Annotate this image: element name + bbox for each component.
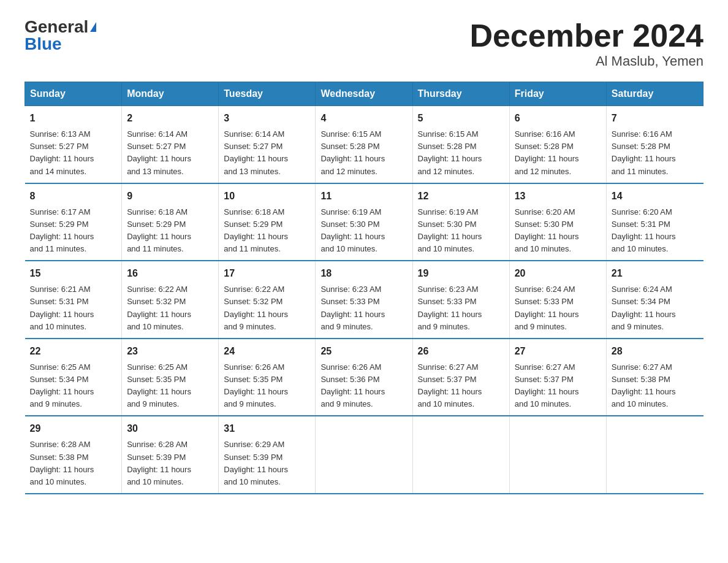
- day-number: 7: [612, 111, 699, 126]
- day-info: Sunrise: 6:20 AM Sunset: 5:31 PM Dayligh…: [612, 206, 699, 256]
- calendar-cell: 24Sunrise: 6:26 AM Sunset: 5:35 PM Dayli…: [219, 339, 316, 416]
- weekday-header-thursday: Thursday: [412, 82, 509, 106]
- day-number: 5: [418, 111, 504, 126]
- calendar-week-row: 15Sunrise: 6:21 AM Sunset: 5:31 PM Dayli…: [25, 261, 703, 339]
- day-info: Sunrise: 6:23 AM Sunset: 5:33 PM Dayligh…: [320, 283, 407, 333]
- calendar-cell: 23Sunrise: 6:25 AM Sunset: 5:35 PM Dayli…: [122, 339, 219, 416]
- calendar-week-row: 29Sunrise: 6:28 AM Sunset: 5:38 PM Dayli…: [25, 416, 703, 494]
- calendar-cell: 4Sunrise: 6:15 AM Sunset: 5:28 PM Daylig…: [316, 106, 412, 183]
- calendar-cell: 15Sunrise: 6:21 AM Sunset: 5:31 PM Dayli…: [25, 261, 122, 339]
- calendar-cell: 29Sunrise: 6:28 AM Sunset: 5:38 PM Dayli…: [25, 416, 122, 494]
- calendar-cell: 30Sunrise: 6:28 AM Sunset: 5:39 PM Dayli…: [122, 416, 219, 494]
- calendar-cell: [509, 416, 606, 494]
- calendar-cell: 12Sunrise: 6:19 AM Sunset: 5:30 PM Dayli…: [412, 183, 509, 261]
- weekday-header-row: SundayMondayTuesdayWednesdayThursdayFrid…: [25, 82, 703, 106]
- calendar-cell: 16Sunrise: 6:22 AM Sunset: 5:32 PM Dayli…: [122, 261, 219, 339]
- calendar-cell: 6Sunrise: 6:16 AM Sunset: 5:28 PM Daylig…: [509, 106, 606, 183]
- calendar-cell: 14Sunrise: 6:20 AM Sunset: 5:31 PM Dayli…: [606, 183, 703, 261]
- day-number: 20: [515, 266, 601, 281]
- day-number: 19: [418, 266, 504, 281]
- page-header: General Blue December 2024 Al Maslub, Ye…: [25, 18, 703, 69]
- logo-triangle-icon: [90, 22, 96, 32]
- calendar-cell: 11Sunrise: 6:19 AM Sunset: 5:30 PM Dayli…: [316, 183, 412, 261]
- day-info: Sunrise: 6:24 AM Sunset: 5:34 PM Dayligh…: [612, 283, 699, 333]
- calendar-cell: 2Sunrise: 6:14 AM Sunset: 5:27 PM Daylig…: [122, 106, 219, 183]
- day-info: Sunrise: 6:22 AM Sunset: 5:32 PM Dayligh…: [127, 283, 213, 333]
- day-number: 2: [127, 111, 213, 126]
- day-number: 24: [224, 344, 310, 359]
- calendar-cell: 19Sunrise: 6:23 AM Sunset: 5:33 PM Dayli…: [412, 261, 509, 339]
- day-info: Sunrise: 6:21 AM Sunset: 5:31 PM Dayligh…: [30, 283, 117, 333]
- day-info: Sunrise: 6:18 AM Sunset: 5:29 PM Dayligh…: [127, 206, 213, 256]
- day-info: Sunrise: 6:19 AM Sunset: 5:30 PM Dayligh…: [418, 206, 504, 256]
- calendar-cell: 21Sunrise: 6:24 AM Sunset: 5:34 PM Dayli…: [606, 261, 703, 339]
- calendar-cell: 31Sunrise: 6:29 AM Sunset: 5:39 PM Dayli…: [219, 416, 316, 494]
- calendar-cell: 9Sunrise: 6:18 AM Sunset: 5:29 PM Daylig…: [122, 183, 219, 261]
- weekday-header-sunday: Sunday: [25, 82, 122, 106]
- calendar-cell: 26Sunrise: 6:27 AM Sunset: 5:37 PM Dayli…: [412, 339, 509, 416]
- day-info: Sunrise: 6:25 AM Sunset: 5:34 PM Dayligh…: [30, 361, 117, 411]
- day-number: 11: [320, 189, 407, 204]
- day-number: 6: [515, 111, 601, 126]
- calendar-week-row: 8Sunrise: 6:17 AM Sunset: 5:29 PM Daylig…: [25, 183, 703, 261]
- day-number: 27: [515, 344, 601, 359]
- day-info: Sunrise: 6:14 AM Sunset: 5:27 PM Dayligh…: [224, 128, 310, 178]
- calendar-week-row: 1Sunrise: 6:13 AM Sunset: 5:27 PM Daylig…: [25, 106, 703, 183]
- calendar-week-row: 22Sunrise: 6:25 AM Sunset: 5:34 PM Dayli…: [25, 339, 703, 416]
- calendar-title: December 2024: [469, 18, 703, 53]
- day-number: 10: [224, 189, 310, 204]
- day-info: Sunrise: 6:28 AM Sunset: 5:39 PM Dayligh…: [127, 439, 213, 488]
- day-number: 26: [418, 344, 504, 359]
- day-info: Sunrise: 6:25 AM Sunset: 5:35 PM Dayligh…: [127, 361, 213, 411]
- day-info: Sunrise: 6:29 AM Sunset: 5:39 PM Dayligh…: [224, 439, 310, 488]
- day-info: Sunrise: 6:27 AM Sunset: 5:38 PM Dayligh…: [612, 361, 699, 411]
- calendar-cell: 13Sunrise: 6:20 AM Sunset: 5:30 PM Dayli…: [509, 183, 606, 261]
- day-number: 18: [320, 266, 407, 281]
- calendar-cell: 20Sunrise: 6:24 AM Sunset: 5:33 PM Dayli…: [509, 261, 606, 339]
- weekday-header-tuesday: Tuesday: [219, 82, 316, 106]
- day-number: 15: [30, 266, 117, 281]
- calendar-cell: 17Sunrise: 6:22 AM Sunset: 5:32 PM Dayli…: [219, 261, 316, 339]
- day-info: Sunrise: 6:22 AM Sunset: 5:32 PM Dayligh…: [224, 283, 310, 333]
- weekday-header-friday: Friday: [509, 82, 606, 106]
- day-info: Sunrise: 6:26 AM Sunset: 5:35 PM Dayligh…: [224, 361, 310, 411]
- calendar-cell: 8Sunrise: 6:17 AM Sunset: 5:29 PM Daylig…: [25, 183, 122, 261]
- day-info: Sunrise: 6:27 AM Sunset: 5:37 PM Dayligh…: [418, 361, 504, 411]
- weekday-header-wednesday: Wednesday: [316, 82, 412, 106]
- day-number: 12: [418, 189, 504, 204]
- calendar-subtitle: Al Maslub, Yemen: [469, 53, 703, 69]
- day-number: 4: [320, 111, 407, 126]
- day-info: Sunrise: 6:26 AM Sunset: 5:36 PM Dayligh…: [320, 361, 407, 411]
- day-info: Sunrise: 6:20 AM Sunset: 5:30 PM Dayligh…: [515, 206, 601, 256]
- day-number: 9: [127, 189, 213, 204]
- calendar-cell: 5Sunrise: 6:15 AM Sunset: 5:28 PM Daylig…: [412, 106, 509, 183]
- day-info: Sunrise: 6:19 AM Sunset: 5:30 PM Dayligh…: [320, 206, 407, 256]
- day-number: 31: [224, 421, 310, 436]
- calendar-cell: [606, 416, 703, 494]
- calendar-cell: [316, 416, 412, 494]
- day-number: 28: [612, 344, 699, 359]
- day-info: Sunrise: 6:17 AM Sunset: 5:29 PM Dayligh…: [30, 206, 117, 256]
- day-info: Sunrise: 6:13 AM Sunset: 5:27 PM Dayligh…: [30, 128, 117, 178]
- calendar-cell: [412, 416, 509, 494]
- day-number: 29: [30, 421, 117, 436]
- day-number: 17: [224, 266, 310, 281]
- calendar-cell: 25Sunrise: 6:26 AM Sunset: 5:36 PM Dayli…: [316, 339, 412, 416]
- day-info: Sunrise: 6:14 AM Sunset: 5:27 PM Dayligh…: [127, 128, 213, 178]
- day-number: 3: [224, 111, 310, 126]
- day-number: 30: [127, 421, 213, 436]
- day-number: 23: [127, 344, 213, 359]
- calendar-cell: 1Sunrise: 6:13 AM Sunset: 5:27 PM Daylig…: [25, 106, 122, 183]
- calendar-cell: 27Sunrise: 6:27 AM Sunset: 5:37 PM Dayli…: [509, 339, 606, 416]
- calendar-cell: 28Sunrise: 6:27 AM Sunset: 5:38 PM Dayli…: [606, 339, 703, 416]
- day-info: Sunrise: 6:18 AM Sunset: 5:29 PM Dayligh…: [224, 206, 310, 256]
- calendar-cell: 10Sunrise: 6:18 AM Sunset: 5:29 PM Dayli…: [219, 183, 316, 261]
- day-number: 1: [30, 111, 117, 126]
- logo-blue-text: Blue: [25, 36, 62, 53]
- day-number: 25: [320, 344, 407, 359]
- calendar-cell: 7Sunrise: 6:16 AM Sunset: 5:28 PM Daylig…: [606, 106, 703, 183]
- title-block: December 2024 Al Maslub, Yemen: [469, 18, 703, 69]
- day-info: Sunrise: 6:15 AM Sunset: 5:28 PM Dayligh…: [418, 128, 504, 178]
- day-info: Sunrise: 6:28 AM Sunset: 5:38 PM Dayligh…: [30, 439, 117, 488]
- day-number: 14: [612, 189, 699, 204]
